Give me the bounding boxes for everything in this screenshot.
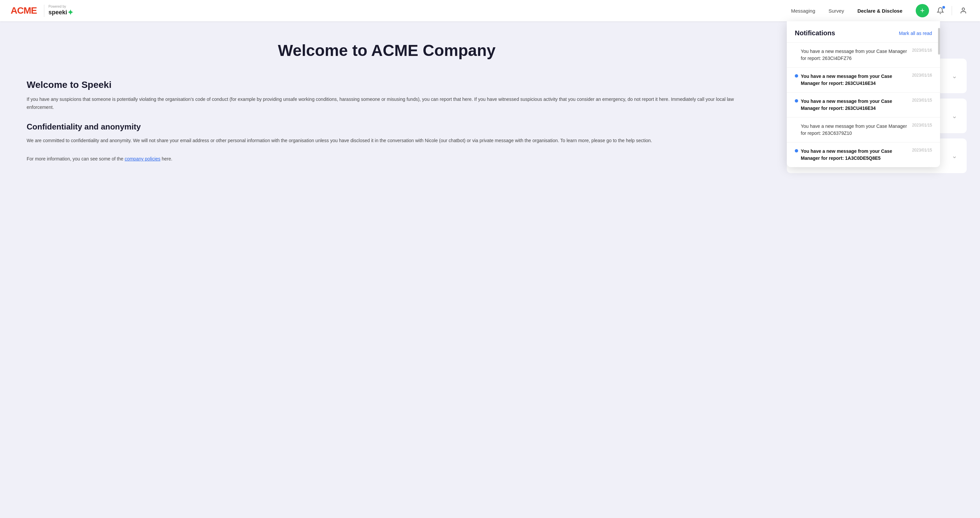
notification-date: 2023/01/15 [912, 148, 932, 153]
chevron-down-icon: ⌄ [952, 72, 957, 80]
notification-text: You have a new message from your Case Ma… [801, 48, 909, 62]
notification-text: You have a new message from your Case Ma… [801, 123, 909, 137]
left-panel: Welcome to ACME Company Welcome to Speek… [0, 21, 773, 518]
notification-item[interactable]: You have a new message from your Case Ma… [787, 118, 940, 143]
notification-item[interactable]: You have a new message from your Case Ma… [787, 143, 940, 167]
notifications-header: Notifications Mark all as read [787, 21, 940, 43]
notifications-button[interactable] [934, 5, 947, 17]
scrollbar-thumb[interactable] [938, 28, 940, 55]
welcome-heading: Welcome to Speeki [27, 79, 747, 90]
notifications-panel: Notifications Mark all as read You have … [787, 21, 940, 167]
speeki-dot: ✦ [67, 8, 73, 17]
notification-item[interactable]: You have a new message from your Case Ma… [787, 92, 940, 118]
notification-item[interactable]: You have a new message from your Case Ma… [787, 68, 940, 92]
nav-declare-disclose[interactable]: Declare & Disclose [858, 8, 902, 14]
page-title: Welcome to ACME Company [27, 41, 747, 60]
chevron-down-icon: ⌄ [952, 152, 957, 160]
notification-text: You have a new message from your Case Ma… [801, 148, 909, 162]
notification-item[interactable]: You have a new message from your Case Ma… [787, 43, 940, 68]
notification-text: You have a new message from your Case Ma… [801, 98, 909, 112]
user-icon [960, 7, 967, 14]
speeki-text: speeki [48, 9, 67, 16]
add-button[interactable]: + [916, 4, 929, 17]
profile-button[interactable] [957, 5, 969, 17]
unread-dot [795, 149, 798, 153]
body3-pre: For more information, you can see some o… [27, 156, 124, 162]
notification-date: 2023/01/15 [912, 123, 932, 127]
main-nav: Messaging Survey Declare & Disclose [791, 8, 902, 14]
unread-dot [795, 99, 798, 103]
unread-dot [795, 74, 798, 78]
mark-all-read-button[interactable]: Mark all as read [899, 31, 932, 36]
nav-survey[interactable]: Survey [829, 8, 844, 14]
confidentiality-heading: Confidentiality and anonymity [27, 122, 747, 132]
powered-by: Powered by speeki✦ [44, 5, 73, 17]
notification-date: 2023/01/15 [912, 98, 932, 103]
chevron-down-icon: ⌄ [952, 112, 957, 120]
acme-logo: ACME [11, 5, 37, 16]
body3-post: here. [161, 156, 173, 162]
logo-area: ACME Powered by speeki✦ [11, 5, 73, 17]
speeki-logo: speeki✦ [48, 8, 73, 17]
acme-text: ACME [11, 5, 37, 16]
welcome-body-3: For more information, you can see some o… [27, 155, 747, 163]
notification-badge [942, 6, 945, 9]
header: ACME Powered by speeki✦ Messaging Survey… [0, 0, 980, 21]
welcome-body-2: We are committed to confidentiality and … [27, 137, 747, 145]
notification-date: 2023/01/16 [912, 73, 932, 78]
welcome-body-1: If you have any suspicions that someone … [27, 95, 747, 111]
notifications-list: You have a new message from your Case Ma… [787, 43, 940, 167]
nav-messaging[interactable]: Messaging [791, 8, 815, 14]
notification-date: 2023/01/16 [912, 48, 932, 52]
header-actions: + [916, 4, 969, 17]
notification-text: You have a new message from your Case Ma… [801, 73, 909, 87]
notifications-title: Notifications [795, 29, 835, 37]
svg-point-0 [962, 8, 964, 10]
company-policies-link[interactable]: company policies [124, 156, 160, 162]
powered-by-label: Powered by [48, 5, 73, 8]
